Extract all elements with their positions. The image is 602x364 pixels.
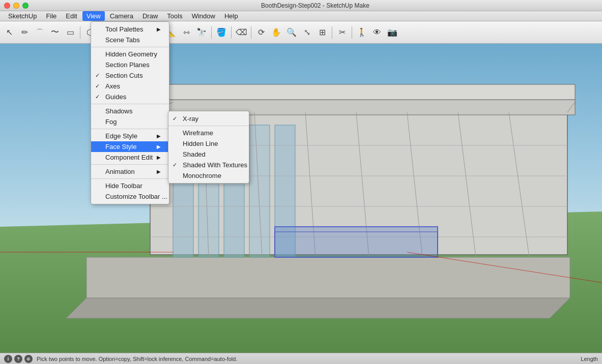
svg-marker-8: [137, 84, 575, 100]
length-label: Length: [581, 356, 598, 362]
svg-marker-5: [87, 257, 570, 298]
menu-item-monochrome[interactable]: Monochrome: [168, 170, 249, 181]
window-title: BoothDesign-Step002 - SketchUp Make: [28, 2, 602, 9]
pan-tool-icon[interactable]: ✋: [269, 25, 283, 40]
info-icon[interactable]: i: [4, 355, 12, 363]
edge-style-label: Edge Style: [105, 132, 137, 140]
arrow-animation: ▶: [157, 169, 161, 174]
shape-tool-icon[interactable]: ▭: [63, 25, 77, 40]
menu-item-guides[interactable]: ✓ Guides: [91, 92, 169, 102]
toolbar-separator-4: [231, 26, 232, 39]
orbit-tool-icon[interactable]: ⟳: [254, 25, 268, 40]
animation-label: Animation: [105, 168, 135, 175]
menu-item-xray[interactable]: ✓ X-ray: [168, 113, 249, 124]
menu-edit[interactable]: Edit: [62, 11, 81, 21]
menu-item-section-cuts[interactable]: ✓ Section Cuts: [91, 70, 169, 81]
paint-tool-icon[interactable]: 🪣: [214, 25, 228, 40]
monochrome-label: Monochrome: [183, 172, 221, 179]
dimension-tool-icon[interactable]: ⇿: [179, 25, 193, 40]
shaded-textures-label: Shaded With Textures: [183, 161, 247, 169]
check-guides: ✓: [95, 94, 100, 100]
check-xray: ✓: [173, 115, 177, 122]
statusbar-icons: i ? ⊕: [4, 355, 33, 363]
face-style-menu[interactable]: ✓ X-ray Wireframe Hidden Line Shaded ✓ S…: [168, 111, 249, 184]
teacher-icon[interactable]: ⊕: [24, 355, 33, 363]
check-axes: ✓: [95, 83, 100, 89]
zoom-extents-icon[interactable]: ⤡: [300, 25, 314, 40]
view-menu[interactable]: Tool Palettes ▶ Scene Tabs Hidden Geomet…: [91, 21, 169, 204]
menu-item-face-style[interactable]: Face Style ▶: [91, 141, 169, 152]
arrow-tool-palettes: ▶: [157, 26, 161, 32]
pencil-tool-icon[interactable]: ✏: [17, 25, 32, 40]
xray-label: X-ray: [183, 115, 198, 123]
walk-tool-icon[interactable]: 🚶: [355, 25, 369, 40]
protractor-tool-icon[interactable]: 🔭: [194, 25, 209, 40]
menu-item-hidden-geometry[interactable]: Hidden Geometry: [91, 49, 169, 59]
position-camera-icon[interactable]: 📷: [385, 25, 399, 40]
scene-tabs-label: Scene Tabs: [105, 36, 140, 44]
menu-item-component-edit[interactable]: Component Edit ▶: [91, 152, 169, 163]
shaded-label: Shaded: [183, 150, 206, 158]
component-edit-label: Component Edit: [105, 154, 153, 161]
titlebar-buttons: [4, 3, 28, 9]
svg-rect-27: [275, 227, 438, 257]
axes-label: Axes: [105, 82, 120, 90]
menu-item-wireframe[interactable]: Wireframe: [168, 128, 249, 138]
menu-sep-4: [91, 164, 169, 165]
status-message: Pick two points to move. Option=copy, Sh…: [37, 356, 237, 362]
menu-help[interactable]: Help: [220, 11, 242, 21]
arrow-edge-style: ▶: [157, 133, 161, 139]
menu-view[interactable]: View: [82, 11, 105, 21]
menu-item-axes[interactable]: ✓ Axes: [91, 81, 169, 92]
zoom-tool-icon[interactable]: 🔍: [284, 25, 299, 40]
hide-toolbar-label: Hide Toolbar: [105, 182, 142, 190]
face-style-label: Face Style: [105, 143, 136, 150]
svg-rect-12: [249, 125, 270, 257]
statusbar: i ? ⊕ Pick two points to move. Option=co…: [0, 353, 602, 364]
toolbar-separator-1: [80, 26, 80, 39]
menu-camera[interactable]: Camera: [106, 11, 137, 21]
menu-window[interactable]: Window: [188, 11, 219, 21]
look-around-icon[interactable]: 👁: [370, 25, 384, 40]
customize-toolbar-label: Customize Toolbar ...: [105, 193, 167, 200]
wireframe-label: Wireframe: [183, 129, 213, 137]
menu-sketchup[interactable]: SketchUp: [4, 11, 41, 21]
menu-item-edge-style[interactable]: Edge Style ▶: [91, 131, 169, 141]
shadows-label: Shadows: [105, 107, 132, 115]
menu-item-shaded[interactable]: Shaded: [168, 149, 249, 160]
freehand-tool-icon[interactable]: 〜: [48, 25, 62, 40]
section-cuts-label: Section Cuts: [105, 72, 143, 79]
menu-file[interactable]: File: [42, 11, 61, 21]
close-button[interactable]: [4, 3, 10, 9]
guides-label: Guides: [105, 93, 126, 101]
arrow-face-style: ▶: [157, 144, 161, 149]
menu-item-tool-palettes[interactable]: Tool Palettes ▶: [91, 24, 169, 35]
menu-sep-5: [91, 178, 169, 179]
face-style-sep-1: [168, 126, 249, 126]
fog-label: Fog: [105, 118, 117, 126]
menu-item-customize-toolbar[interactable]: Customize Toolbar ...: [91, 191, 169, 202]
menu-tools[interactable]: Tools: [163, 11, 186, 21]
menu-draw[interactable]: Draw: [138, 11, 162, 21]
section-plane-icon[interactable]: ✂: [335, 25, 349, 40]
menu-item-hidden-line[interactable]: Hidden Line: [168, 138, 249, 149]
zoom-window-icon[interactable]: ⊞: [315, 25, 329, 40]
menu-item-hide-toolbar[interactable]: Hide Toolbar: [91, 180, 169, 191]
help-icon[interactable]: ?: [14, 355, 22, 363]
titlebar: BoothDesign-Step002 - SketchUp Make: [0, 0, 602, 11]
minimize-button[interactable]: [13, 3, 19, 9]
select-tool-icon[interactable]: ↖: [2, 25, 16, 40]
menu-item-animation[interactable]: Animation ▶: [91, 166, 169, 177]
menu-item-scene-tabs[interactable]: Scene Tabs: [91, 35, 169, 45]
menu-item-shaded-textures[interactable]: ✓ Shaded With Textures: [168, 160, 249, 170]
menu-item-shadows[interactable]: Shadows: [91, 106, 169, 116]
menu-sep-2: [91, 104, 169, 104]
toolbar-separator-5: [251, 26, 251, 39]
menu-item-section-planes[interactable]: Section Planes: [91, 59, 169, 70]
toolbar-separator-3: [211, 26, 212, 39]
eraser-tool-icon[interactable]: ⌫: [234, 25, 248, 40]
maximize-button[interactable]: [22, 3, 28, 9]
arc-tool-icon[interactable]: ⌒: [33, 25, 47, 40]
menubar: SketchUp File Edit View Camera Draw Tool…: [0, 11, 602, 21]
menu-item-fog[interactable]: Fog: [91, 116, 169, 127]
